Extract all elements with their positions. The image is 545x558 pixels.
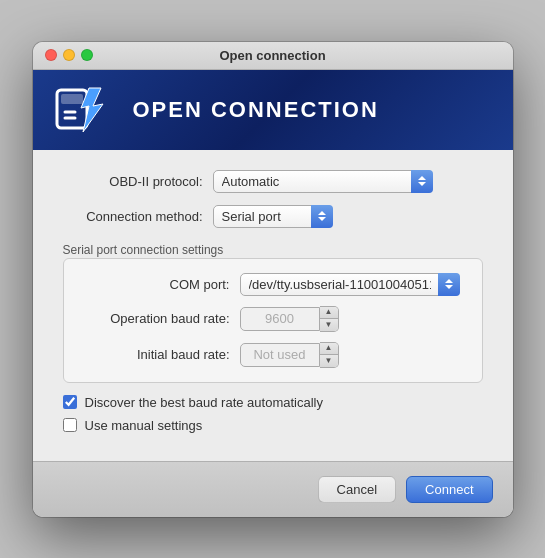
manual-settings-label: Use manual settings — [85, 418, 203, 433]
window-title: Open connection — [219, 48, 325, 63]
maximize-button[interactable] — [81, 49, 93, 61]
arrow-up-icon — [445, 279, 453, 283]
close-button[interactable] — [45, 49, 57, 61]
initial-baud-label: Initial baud rate: — [80, 347, 230, 362]
com-port-select-wrapper: /dev/tty.usbserial-110010040511 — [240, 273, 460, 296]
header-title: OPEN CONNECTION — [133, 97, 379, 123]
initial-baud-decrement[interactable]: ▼ — [320, 355, 338, 367]
initial-baud-input[interactable]: Not used — [240, 343, 320, 367]
obd-protocol-arrow[interactable] — [411, 170, 433, 193]
initial-baud-increment[interactable]: ▲ — [320, 343, 338, 355]
arrow-up-icon — [418, 176, 426, 180]
baud-rate-stepper: 9600 ▲ ▼ — [240, 306, 339, 332]
manual-settings-checkbox[interactable] — [63, 418, 77, 432]
arrow-up-icon — [318, 211, 326, 215]
arrow-down-icon — [418, 182, 426, 186]
serial-settings-box: COM port: /dev/tty.usbserial-11001004051… — [63, 258, 483, 383]
connect-button[interactable]: Connect — [406, 476, 492, 503]
connection-method-row: Connection method: Serial port — [63, 205, 483, 228]
manual-checkbox-row: Use manual settings — [63, 418, 483, 433]
obd-protocol-select[interactable]: Automatic — [213, 170, 433, 193]
obd-protocol-row: OBD-II protocol: Automatic — [63, 170, 483, 193]
traffic-lights — [45, 49, 93, 61]
com-port-row: COM port: /dev/tty.usbserial-11001004051… — [80, 273, 466, 296]
arrow-down-icon — [445, 285, 453, 289]
content-area: OBD-II protocol: Automatic Connection me… — [33, 150, 513, 461]
connection-method-select-wrapper: Serial port — [213, 205, 333, 228]
svg-rect-1 — [61, 94, 83, 104]
baud-rate-input[interactable]: 9600 — [240, 307, 320, 331]
window: Open connection OPEN CONNECTION OBD-II p… — [33, 42, 513, 517]
auto-baud-checkbox[interactable] — [63, 395, 77, 409]
serial-section-label: Serial port connection settings — [63, 243, 224, 257]
com-port-arrow[interactable] — [438, 273, 460, 296]
baud-rate-decrement[interactable]: ▼ — [320, 319, 338, 331]
com-port-label: COM port: — [80, 277, 230, 292]
baud-rate-label: Operation baud rate: — [80, 311, 230, 326]
com-port-select[interactable]: /dev/tty.usbserial-110010040511 — [240, 273, 460, 296]
initial-baud-row: Initial baud rate: Not used ▲ ▼ — [80, 342, 466, 368]
initial-baud-stepper-buttons: ▲ ▼ — [320, 342, 339, 368]
header-icon — [53, 80, 117, 140]
baud-rate-increment[interactable]: ▲ — [320, 307, 338, 319]
initial-baud-stepper: Not used ▲ ▼ — [240, 342, 339, 368]
obd-protocol-select-wrapper: Automatic — [213, 170, 433, 193]
baud-rate-stepper-buttons: ▲ ▼ — [320, 306, 339, 332]
header-banner: OPEN CONNECTION — [33, 70, 513, 150]
title-bar: Open connection — [33, 42, 513, 70]
footer: Cancel Connect — [33, 461, 513, 517]
connection-method-arrow[interactable] — [311, 205, 333, 228]
auto-baud-label: Discover the best baud rate automaticall… — [85, 395, 323, 410]
svg-marker-4 — [81, 88, 103, 132]
arrow-down-icon — [318, 217, 326, 221]
auto-baud-checkbox-row: Discover the best baud rate automaticall… — [63, 395, 483, 410]
obd-protocol-label: OBD-II protocol: — [63, 174, 203, 189]
connection-method-label: Connection method: — [63, 209, 203, 224]
baud-rate-row: Operation baud rate: 9600 ▲ ▼ — [80, 306, 466, 332]
cancel-button[interactable]: Cancel — [318, 476, 396, 503]
minimize-button[interactable] — [63, 49, 75, 61]
